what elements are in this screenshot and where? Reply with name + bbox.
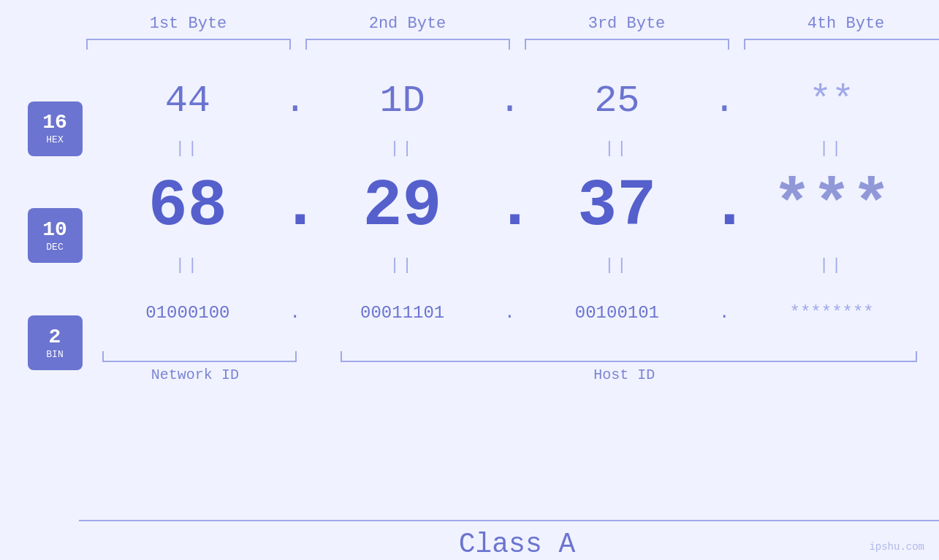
bracket-1 — [86, 39, 291, 50]
hex-cell-3: 25 — [525, 80, 710, 123]
hex-value-3: 25 — [594, 80, 639, 123]
hex-cell-2: 1D — [310, 80, 495, 123]
network-id-label: Network ID — [95, 367, 295, 383]
byte-header-4: 4th Byte — [737, 15, 940, 39]
dec-cell-4: *** — [739, 169, 924, 244]
hex-value-1: 44 — [165, 80, 210, 123]
hex-badge: 16 HEX — [28, 101, 83, 156]
host-id-label: Host ID — [324, 367, 924, 383]
hex-cell-4: ** — [739, 80, 924, 123]
equals-cell-2-4: || — [739, 256, 924, 275]
bin-row: 01000100 . 00011101 . 00100101 . — [95, 280, 924, 345]
bin-cell-4: ******** — [739, 303, 924, 323]
bracket-4 — [744, 39, 940, 50]
dec-badge: 10 DEC — [28, 208, 83, 263]
bracket-3 — [525, 39, 729, 50]
bin-badge: 2 BIN — [28, 315, 83, 370]
equals-cell-2-2: || — [310, 256, 495, 275]
bin-value-2: 00011101 — [360, 303, 444, 323]
main-container: 1st Byte 2nd Byte 3rd Byte 4th Byte 16 H… — [0, 0, 939, 560]
dec-row: 68 . 29 . 37 . *** — [95, 163, 924, 250]
byte-header-3: 3rd Byte — [517, 15, 737, 39]
bin-cell-3: 00100101 — [525, 303, 710, 323]
equals-row-1: || || || || — [95, 134, 924, 163]
network-bracket — [102, 351, 297, 362]
badges-column: 16 HEX 10 DEC 2 BIN — [0, 75, 95, 396]
dec-value-2: 29 — [363, 169, 442, 244]
bin-dot-2: . — [495, 303, 525, 323]
bin-badge-label: BIN — [46, 349, 63, 360]
watermark: ipshu.com — [869, 541, 924, 553]
dec-badge-num: 10 — [42, 219, 67, 242]
bin-dot-1: . — [281, 303, 310, 323]
class-bar: Class A — [79, 520, 940, 560]
hex-badge-label: HEX — [46, 134, 63, 145]
top-bracket-row — [79, 39, 940, 53]
bin-badge-num: 2 — [49, 326, 61, 349]
equals-row-2: || || || || — [95, 250, 924, 280]
dec-cell-2: 29 — [310, 169, 495, 244]
dec-value-3: 37 — [577, 169, 656, 244]
class-label: Class A — [459, 529, 576, 560]
dec-cell-3: 37 — [525, 169, 710, 244]
dec-cell-1: 68 — [95, 169, 281, 244]
hex-cell-1: 44 — [95, 80, 281, 123]
dec-dot-2: . — [495, 169, 525, 244]
hex-dot-3: . — [710, 80, 739, 123]
hex-value-2: 1D — [379, 80, 425, 123]
equals-cell-1-2: || — [310, 139, 495, 158]
dec-dot-1: . — [281, 169, 310, 244]
hex-dot-2: . — [495, 80, 525, 123]
hex-badge-num: 16 — [42, 112, 67, 134]
dec-value-1: 68 — [148, 169, 227, 244]
host-bracket — [341, 351, 917, 362]
equals-cell-1-3: || — [525, 139, 710, 158]
bin-cell-2: 00011101 — [310, 303, 495, 323]
dec-dot-3: . — [710, 169, 739, 244]
id-labels-row: Network ID Host ID — [95, 367, 924, 383]
byte-header-2: 2nd Byte — [298, 15, 517, 39]
hex-value-4: ** — [809, 80, 854, 123]
bin-value-4: ******** — [790, 303, 874, 323]
dec-value-4: *** — [772, 169, 891, 244]
grid-area: 16 HEX 10 DEC 2 BIN 44 . — [0, 68, 939, 510]
equals-cell-1-1: || — [95, 139, 281, 158]
bracket-2 — [305, 39, 510, 50]
hex-row: 44 . 1D . 25 . ** — [95, 68, 924, 134]
byte-header-1: 1st Byte — [79, 15, 298, 39]
bin-value-1: 01000100 — [145, 303, 229, 323]
equals-cell-1-4: || — [739, 139, 924, 158]
bin-cell-1: 01000100 — [95, 303, 281, 323]
bracket-spacer-1 — [304, 351, 333, 362]
bin-dot-3: . — [710, 303, 739, 323]
dec-badge-label: DEC — [46, 242, 63, 253]
equals-cell-2-3: || — [525, 256, 710, 275]
equals-cell-2-1: || — [95, 256, 281, 275]
bin-value-3: 00100101 — [575, 303, 659, 323]
hex-dot-1: . — [281, 80, 310, 123]
data-columns: 44 . 1D . 25 . ** — [95, 68, 939, 383]
byte-headers: 1st Byte 2nd Byte 3rd Byte 4th Byte — [79, 15, 940, 39]
bottom-bracket-row — [95, 351, 924, 362]
id-spacer — [295, 367, 324, 383]
